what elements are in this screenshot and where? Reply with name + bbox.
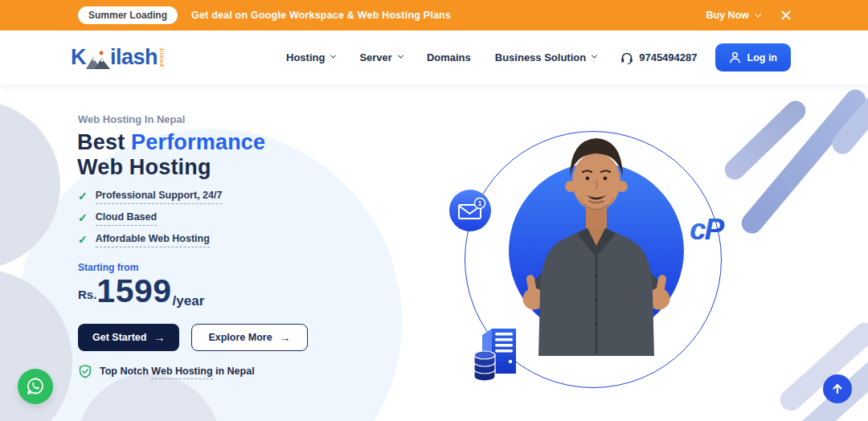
headset-icon [620, 51, 633, 64]
check-icon: ✓ [78, 190, 88, 202]
cta-row: Get Started → Explore More → [78, 324, 308, 351]
price-label: Starting from [78, 262, 204, 273]
email-badge-count: 1 [477, 199, 481, 207]
menu-item-server[interactable]: Server [359, 51, 402, 63]
promo-message: Get deal on Google Workspace & Web Hosti… [191, 10, 451, 21]
arrow-up-icon [831, 382, 844, 395]
login-button[interactable]: Log in [715, 43, 792, 72]
user-icon [729, 51, 741, 63]
logo-cloud-label: Cloud [159, 48, 165, 67]
trust-row: Top Notch Web Hosting in Nepal [78, 364, 255, 378]
trust-text: Top Notch Web Hosting in Nepal [100, 366, 255, 377]
logo-text-rest: ilash [110, 45, 158, 70]
main-menu: Hosting Server Domains Business Solution [286, 51, 596, 63]
logo[interactable]: K ilash Cloud [71, 45, 165, 70]
cpanel-logo: cP [688, 210, 744, 247]
shield-check-icon [78, 364, 92, 378]
hero-photo [476, 119, 717, 360]
price-amount: 1599 [96, 276, 171, 306]
server-icon [473, 325, 526, 382]
promo-badge: Summer Loading [78, 6, 178, 24]
check-icon: ✓ [78, 211, 88, 224]
banner-close-icon[interactable] [781, 10, 791, 20]
navbar: K ilash Cloud Hosting Server Domains [0, 31, 868, 84]
whatsapp-button[interactable] [18, 369, 53, 404]
scroll-top-button[interactable] [823, 374, 852, 403]
arrow-right-icon: → [154, 331, 165, 344]
buy-now-label: Buy Now [706, 10, 749, 21]
price-currency: Rs. [78, 288, 96, 301]
price-block: Starting from Rs. 1599 /year [78, 262, 204, 306]
title-lead: Best [77, 130, 125, 154]
get-started-button[interactable]: Get Started → [78, 324, 179, 351]
chevron-down-icon [398, 53, 403, 59]
hero-title: Best Performance Web Hosting [77, 130, 265, 180]
svg-text:cP: cP [690, 213, 725, 246]
menu-item-domains[interactable]: Domains [427, 51, 471, 63]
title-line2: Web Hosting [77, 155, 211, 179]
chevron-down-icon [592, 53, 597, 59]
whatsapp-icon [25, 376, 46, 397]
chevron-down-icon [755, 10, 761, 17]
feature-item: ✓ Affordable Web Hosting [78, 233, 222, 247]
phone-link[interactable]: 9745494287 [620, 51, 697, 64]
login-label: Log in [747, 52, 778, 63]
title-highlight: Performance [131, 130, 265, 154]
feature-list: ✓ Professional Support, 24/7 ✓ Cloud Bas… [78, 190, 222, 255]
menu-item-business-solution[interactable]: Business Solution [495, 51, 596, 63]
page: Summer Loading Get deal on Google Worksp… [0, 0, 868, 421]
menu-item-hosting[interactable]: Hosting [286, 51, 335, 63]
phone-number: 9745494287 [639, 51, 697, 63]
promo-banner: Summer Loading Get deal on Google Worksp… [0, 0, 868, 31]
feature-item: ✓ Cloud Based [78, 211, 222, 226]
email-icon: 1 [448, 189, 492, 232]
price-period: /year [173, 293, 205, 309]
buy-now-link[interactable]: Buy Now [706, 10, 760, 21]
hero-eyebrow: Web Hosting In Nepal [78, 113, 185, 125]
check-icon: ✓ [78, 233, 88, 246]
chevron-down-icon [330, 53, 336, 59]
explore-more-button[interactable]: Explore More → [191, 324, 307, 351]
feature-item: ✓ Professional Support, 24/7 [78, 190, 222, 204]
mountain-icon [84, 51, 112, 70]
arrow-right-icon: → [280, 331, 291, 344]
hero-section: Web Hosting In Nepal Best Performance We… [0, 84, 868, 421]
